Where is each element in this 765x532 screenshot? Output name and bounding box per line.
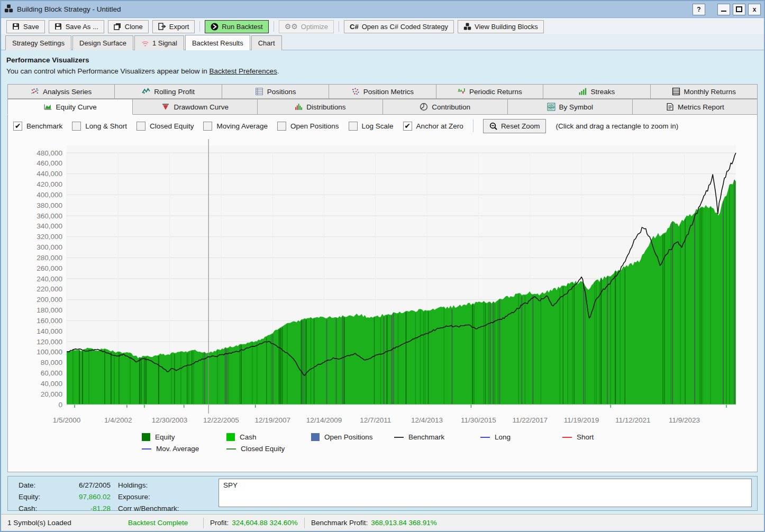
checkbox-unchecked-icon[interactable] — [136, 122, 145, 131]
open-as-c-coded-strategy-button[interactable]: C#Open as C# Coded Strategy — [344, 20, 454, 33]
info-value: -81.28 — [57, 503, 111, 515]
checkbox-long-short[interactable]: Long & Short — [72, 122, 127, 131]
viz-tab-equity-curve[interactable]: Equity Curve — [7, 99, 133, 115]
clone-button[interactable]: Clone — [108, 20, 149, 33]
benchmark-profit-value: 368,913.84 368.91% — [371, 519, 437, 527]
svg-text:0: 0 — [58, 401, 62, 409]
checkbox-unchecked-icon[interactable] — [277, 122, 286, 131]
minimize-button[interactable] — [717, 4, 730, 15]
app-window: Building Block Strategy - Untitled ? x S… — [0, 0, 765, 532]
viz-tab-positions[interactable]: Positions — [222, 84, 329, 99]
svg-text:60,000: 60,000 — [41, 369, 62, 377]
viz-tab-position-metrics[interactable]: Position Metrics — [329, 84, 436, 99]
tab-label: Strategy Settings — [12, 39, 65, 47]
legend-item-open-positions: Open Positions — [311, 433, 373, 441]
tab-label: Chart — [258, 39, 275, 47]
legend-line-benchmark — [394, 437, 404, 438]
viz-tab-contribution[interactable]: Contribution — [383, 99, 508, 115]
legend-label: Benchmark — [408, 433, 444, 441]
controls-separator — [473, 120, 473, 132]
maximize-button[interactable] — [733, 4, 745, 15]
checkbox-checked-icon[interactable]: ✔ — [13, 122, 22, 131]
optimize-button[interactable]: ⚙⚙Optimize — [279, 20, 334, 33]
subtitle-text: You can control which Performance Visual… — [6, 67, 209, 75]
checkbox-benchmark[interactable]: ✔Benchmark — [13, 122, 62, 131]
save-icon — [12, 23, 20, 31]
svg-text:460,000: 460,000 — [37, 159, 62, 167]
tab-design-surface[interactable]: Design Surface — [72, 35, 133, 50]
info-label: Corr w/Benchmark: — [118, 503, 196, 515]
run-backtest-button[interactable]: Run Backtest — [205, 20, 268, 33]
svg-text:11/30/2015: 11/30/2015 — [461, 416, 496, 424]
subtitle-period: . — [277, 67, 279, 75]
svg-text:420,000: 420,000 — [37, 180, 62, 188]
status-separator — [203, 518, 204, 528]
svg-text:160,000: 160,000 — [37, 317, 62, 325]
tab-backtest-results[interactable]: Backtest Results — [185, 35, 250, 50]
viz-tab-streaks[interactable]: Streaks — [543, 84, 650, 99]
viz-tab-monthly-returns[interactable]: Monthly Returns — [651, 84, 758, 99]
rolling-profit-icon — [142, 87, 150, 96]
monthly-returns-icon — [672, 87, 680, 96]
save-button[interactable]: Save — [6, 20, 45, 33]
checkbox-label: Benchmark — [26, 122, 62, 130]
building-blocks-app-icon — [4, 4, 13, 15]
by-symbol-icon: ABCDEF — [547, 103, 555, 111]
svg-text:100,000: 100,000 — [37, 348, 62, 356]
tab-strategy-settings[interactable]: Strategy Settings — [5, 35, 71, 50]
chart-area[interactable]: 020,00040,00060,00080,000100,000120,0001… — [8, 137, 757, 433]
svg-text:280,000: 280,000 — [37, 254, 62, 262]
status-bar: 1 Symbol(s) Loaded Backtest Complete Pro… — [1, 514, 764, 531]
viz-tab-label: Metrics Report — [678, 103, 724, 111]
viz-tab-by-symbol[interactable]: ABCDEFBy Symbol — [508, 99, 633, 115]
checkbox-label: Long & Short — [85, 122, 127, 130]
checkbox-moving-average[interactable]: Moving Average — [203, 122, 268, 131]
performance-visualizers-subtitle: You can control which Performance Visual… — [6, 67, 279, 75]
svg-text:380,000: 380,000 — [37, 201, 62, 209]
viz-tab-metrics-report[interactable]: Metrics Report — [633, 99, 758, 115]
viz-tab-label: By Symbol — [559, 103, 594, 111]
checkbox-anchor-at-zero[interactable]: ✔Anchor at Zero — [403, 122, 463, 131]
export-button[interactable]: Export — [152, 20, 195, 33]
checkbox-open-positions[interactable]: Open Positions — [277, 122, 339, 131]
button-label: Clone — [125, 23, 143, 31]
viz-tab-rolling-profit[interactable]: Rolling Profit — [115, 84, 222, 99]
svg-text:180,000: 180,000 — [37, 306, 62, 314]
optimize-icon: ⚙⚙ — [285, 22, 298, 31]
checkbox-log-scale[interactable]: Log Scale — [349, 122, 394, 131]
position-metrics-icon — [351, 87, 360, 96]
help-button[interactable]: ? — [693, 4, 705, 15]
tab-1-signal[interactable]: 1 Signal — [134, 35, 184, 50]
reset-zoom-button[interactable]: Reset Zoom — [483, 119, 547, 133]
checkbox-closed-equity[interactable]: Closed Equity — [136, 122, 194, 131]
backtest-preferences-link[interactable]: Backtest Preferences — [209, 67, 277, 75]
checkbox-unchecked-icon[interactable] — [72, 122, 81, 131]
viz-tab-label: Rolling Profit — [154, 88, 195, 96]
checkbox-label: Moving Average — [216, 122, 268, 130]
viz-tab-drawdown-curve[interactable]: Drawdown Curve — [133, 99, 258, 115]
symbol-list-box[interactable]: SPY — [218, 479, 752, 507]
checkbox-unchecked-icon[interactable] — [349, 122, 358, 131]
viz-tab-periodic-returns[interactable]: Periodic Returns — [436, 84, 543, 99]
view-building-blocks-button[interactable]: View Building Blocks — [458, 20, 544, 33]
info-label: Date: — [19, 480, 49, 491]
drawdown-curve-icon — [161, 103, 170, 111]
legend-label: Mov. Average — [156, 445, 199, 453]
title-bar[interactable]: Building Block Strategy - Untitled ? x — [1, 1, 764, 18]
viz-tab-label: Equity Curve — [56, 103, 96, 111]
svg-text:220,000: 220,000 — [37, 285, 62, 293]
legend-item-benchmark: Benchmark — [394, 433, 444, 441]
positions-icon — [255, 87, 263, 96]
svg-text:12/7/2011: 12/7/2011 — [360, 416, 391, 424]
viz-tab-analysis-series[interactable]: Analysis Series — [7, 84, 115, 99]
tab-chart[interactable]: Chart — [251, 35, 282, 50]
viz-tab-distributions[interactable]: Distributions — [258, 99, 382, 115]
checkbox-label: Anchor at Zero — [416, 122, 463, 130]
checkbox-unchecked-icon[interactable] — [203, 122, 212, 131]
svg-text:440,000: 440,000 — [37, 170, 62, 178]
checkbox-checked-icon[interactable]: ✔ — [403, 122, 412, 131]
legend-item-mov-average: Mov. Average — [142, 445, 199, 453]
checkbox-label: Open Positions — [290, 122, 339, 130]
close-button[interactable]: x — [748, 4, 761, 15]
save-as-button[interactable]: Save As ... — [49, 20, 104, 33]
